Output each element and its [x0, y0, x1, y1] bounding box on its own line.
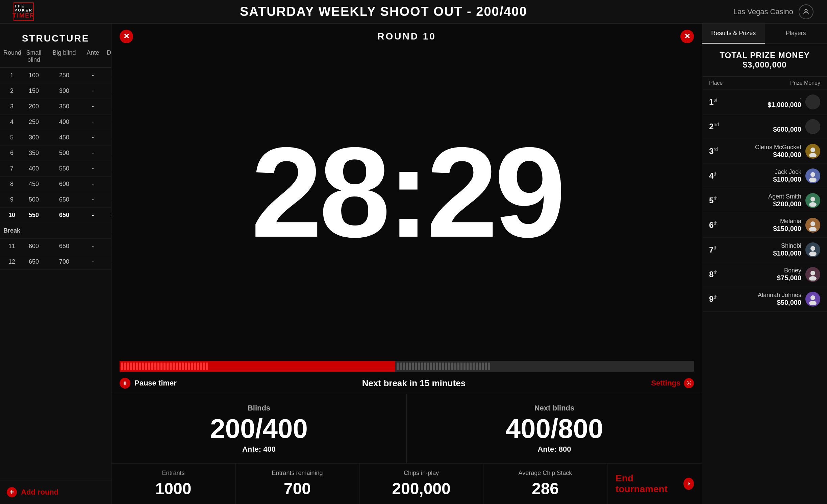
round-label-bar: ✕ ROUND 10 ✕ — [111, 24, 702, 49]
prize-money: $150,000 — [773, 225, 801, 233]
end-arrow-icon — [683, 478, 694, 490]
small-blind-cell: 100 — [20, 72, 47, 79]
big-blind-cell: 450 — [47, 134, 81, 141]
prize-name: Agent Smith — [768, 193, 801, 200]
stats-end-row: Entrants 1000 Entrants remaining 700 Chi… — [111, 463, 702, 504]
col-round: Round — [3, 49, 20, 63]
casino-name: Las Vegas Casino — [733, 7, 793, 16]
blinds-panel: Blinds 200/400 Ante: 400 Next blinds 400… — [111, 394, 702, 463]
small-blind-cell: 650 — [20, 258, 47, 265]
svg-point-5 — [810, 148, 815, 152]
round-number: 6 — [3, 150, 20, 157]
ante-cell: - — [81, 243, 105, 250]
next-ante-value: Ante: 800 — [417, 445, 692, 454]
prize-money: $50,000 — [758, 299, 801, 307]
next-break-text: Next break in 15 minutes — [362, 378, 466, 389]
prize-title: TOTAL PRIZE MONEY $3,000,000 — [702, 44, 827, 77]
tab-results-prizes[interactable]: Results & Prizes — [702, 24, 765, 44]
svg-point-14 — [810, 221, 815, 226]
right-tabs: Results & Prizes Players — [702, 24, 827, 44]
settings-label: Settings — [651, 379, 680, 388]
prize-row: 7thShinobi$100,000 — [702, 238, 827, 262]
round-number: 10 — [3, 212, 20, 219]
right-panel: Results & Prizes Players TOTAL PRIZE MON… — [702, 24, 827, 504]
round-number: 2 — [3, 87, 20, 95]
duration-cell: 10:00 — [105, 165, 111, 172]
table-row: 4 250 400 - 10:00 — [0, 114, 111, 130]
avg-label: Average Chip Stack — [489, 470, 602, 477]
prize-row: 8thBoney$75,000 — [702, 262, 827, 287]
big-blind-cell: 700 — [47, 258, 81, 265]
ante-cell: - — [81, 87, 105, 95]
small-blind-cell: 400 — [20, 165, 47, 172]
col-small-blind: Small blind — [20, 49, 47, 63]
stat-chips: Chips in-play 200,000 — [359, 463, 483, 504]
chips-value: 200,000 — [365, 479, 478, 498]
table-row: 2 150 300 - 10:00 — [0, 83, 111, 99]
close-right-button[interactable]: ✕ — [680, 30, 694, 43]
prize-place: 5th — [709, 196, 729, 205]
duration-cell: 10:00 — [105, 118, 111, 126]
prize-money: $1,000,000 — [768, 101, 801, 109]
ante-cell: - — [81, 134, 105, 141]
duration-cell: 10:00 — [105, 181, 111, 188]
stat-remaining: Entrants remaining 700 — [235, 463, 359, 504]
ante-cell: - — [81, 196, 105, 203]
big-blind-cell: 400 — [47, 118, 81, 126]
pause-timer-button[interactable]: Pause timer — [120, 378, 177, 389]
svg-point-11 — [810, 197, 815, 202]
duration-cell: 10:00 — [105, 134, 111, 141]
avg-value: 286 — [489, 479, 602, 498]
round-number: 3 — [3, 103, 20, 110]
logo-timer-text: TIMER — [12, 12, 35, 19]
big-blind-cell: 300 — [47, 87, 81, 95]
end-tournament-label: End tournament — [616, 473, 679, 495]
duration-cell: 10:00 — [105, 87, 111, 95]
user-icon[interactable] — [799, 4, 813, 19]
break-row: Break 10:00 — [0, 223, 111, 239]
pause-icon — [120, 378, 130, 389]
tab-players[interactable]: Players — [765, 24, 827, 44]
ante-cell: - — [81, 103, 105, 110]
prize-place: 2nd — [709, 122, 729, 131]
left-panel: STRUCTURE Round Small blind Big blind An… — [0, 24, 111, 504]
big-blind-cell: 250 — [47, 72, 81, 79]
svg-point-0 — [805, 9, 807, 11]
settings-button[interactable]: Settings — [651, 378, 694, 388]
entrants-label: Entrants — [117, 470, 230, 477]
timer-controls-bar: Pause timer Next break in 15 minutes Set… — [111, 374, 702, 394]
prize-place: 1st — [709, 97, 729, 107]
duration-cell: 10:00 — [105, 196, 111, 203]
small-blind-cell: 300 — [20, 134, 47, 141]
chips-label: Chips in-play — [365, 470, 478, 477]
small-blind-cell: 600 — [20, 243, 47, 250]
avatar — [805, 144, 820, 159]
small-blind-cell: 550 — [20, 212, 47, 219]
remaining-value: 700 — [241, 479, 354, 498]
small-blind-cell: 500 — [20, 196, 47, 203]
place-header: Place — [709, 80, 723, 86]
prize-right: Cletus McGucket$400,000 — [755, 144, 820, 159]
ante-cell: - — [81, 72, 105, 79]
close-left-button[interactable]: ✕ — [120, 30, 133, 43]
end-tournament-button[interactable]: End tournament — [607, 463, 702, 504]
round-number: 12 — [3, 258, 20, 265]
current-ante-value: Ante: 400 — [122, 445, 396, 454]
prize-header: Place Prize Money — [702, 77, 827, 90]
round-number: 4 — [3, 118, 20, 126]
prize-place: 4th — [709, 171, 729, 181]
duration-cell: 10:00 — [105, 243, 111, 250]
current-blinds-label: Blinds — [122, 404, 396, 413]
svg-point-8 — [810, 172, 815, 177]
prize-money: $100,000 — [773, 249, 801, 257]
prize-place: 6th — [709, 220, 729, 230]
pause-label: Pause timer — [134, 379, 177, 388]
duration-cell: 10:00 — [105, 103, 111, 110]
round-number: 7 — [3, 165, 20, 172]
prize-money: $400,000 — [755, 151, 801, 159]
add-round-button[interactable]: + Add round — [0, 480, 111, 504]
plus-icon: + — [7, 487, 17, 497]
ante-cell: - — [81, 181, 105, 188]
table-row: 5 300 450 - 10:00 — [0, 130, 111, 145]
header: THE POKER TIMER SATURDAY WEEKLY SHOOT OU… — [0, 0, 827, 24]
